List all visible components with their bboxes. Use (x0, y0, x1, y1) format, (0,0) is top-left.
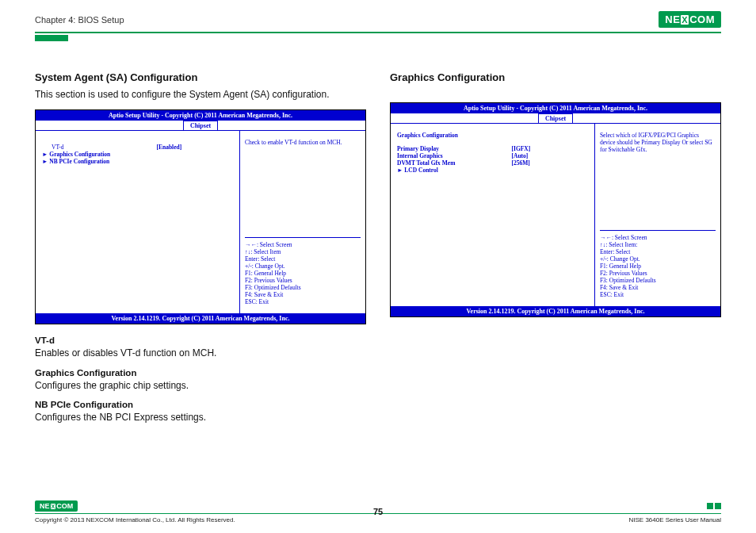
bios-item-vtd-value: [Enabled] (157, 144, 233, 151)
bios-section-heading: Graphics Configuration (397, 132, 588, 139)
bios-hint: →←: Select Screen (600, 234, 716, 241)
header-rule (35, 32, 721, 33)
bios-item-internal-graphics-value: [Auto] (512, 152, 588, 159)
page-number: 75 (35, 507, 721, 516)
chapter-label: Chapter 4: BIOS Setup (35, 15, 124, 25)
bios-footer: Version 2.14.1219. Copyright (C) 2011 Am… (36, 313, 365, 324)
bios-hint: ESC: Exit (245, 298, 361, 305)
bios-tab-bar: Chipset (391, 113, 720, 124)
sub-vtd-desc: Enables or disables VT-d function on MCH… (35, 347, 366, 360)
bios-item-primary-display-value: [IGFX] (512, 145, 588, 152)
bios-screenshot-sa: Aptio Setup Utility - Copyright (C) 2011… (35, 109, 366, 324)
bios-hint: F2: Previous Values (245, 277, 361, 284)
footer-accent-blocks (707, 503, 721, 509)
bios-hint: ↑↓: Select Item: (600, 241, 716, 248)
bios-item-lcd-control: LCD Control (397, 167, 512, 174)
bios-hint: F3: Optimized Defaults (245, 284, 361, 291)
bios-key-hints: →←: Select Screen ↑↓: Select Item Enter:… (245, 237, 361, 305)
page-footer: NE X COM 75 Copyright © 2013 NEXCOM Inte… (35, 500, 721, 523)
bios-hint: F1: General Help (600, 263, 716, 270)
bios-item-primary-display: Primary Display (397, 145, 512, 152)
logo-part-right: COM (689, 13, 715, 25)
logo-part-x: X (51, 504, 56, 509)
bios-item-internal-graphics: Internal Graphics (397, 152, 512, 159)
bios-item-vtd: VT-d (42, 144, 157, 151)
sub-vtd-title: VT-d (35, 336, 366, 345)
accent-block (715, 503, 721, 509)
logo-part-left: NE (665, 13, 680, 25)
bios-hint: F1: General Help (245, 270, 361, 277)
bios-footer: Version 2.14.1219. Copyright (C) 2011 Am… (391, 306, 720, 316)
gfx-config-heading: Graphics Configuration (390, 71, 721, 83)
bios-item-dvmt-value: [256M] (512, 159, 588, 167)
bios-hint: F2: Previous Values (600, 270, 716, 277)
footer-logo: NE X COM (35, 500, 78, 512)
bios-left-pane: Graphics Configuration Primary Display [… (391, 124, 595, 306)
bios-item-dvmt: DVMT Total Gfx Mem (397, 159, 512, 167)
manual-title: NISE 3640E Series User Manual (629, 516, 722, 523)
bios-hint: +/-: Change Opt. (600, 255, 716, 263)
bios-header: Aptio Setup Utility - Copyright (C) 2011… (36, 110, 365, 121)
sub-nbpcie-title: NB PCIe Configuration (35, 400, 366, 409)
sub-gfx-title: Graphics Configuration (35, 368, 366, 378)
bios-hint: ↑↓: Select Item (245, 248, 361, 255)
bios-hint: +/-: Change Opt. (245, 263, 361, 270)
bios-tab-chipset: Chipset (538, 113, 573, 123)
bios-tab-bar: Chipset (36, 121, 365, 131)
bios-help-text: Check to enable VT-d function on MCH. (245, 139, 361, 146)
brand-logo: NE X COM (659, 11, 721, 28)
bios-help-text: Select which of IGFX/PEG/PCI Graphics de… (600, 132, 716, 153)
bios-hint: Enter: Select (600, 248, 716, 255)
logo-part-left: NE (40, 502, 50, 510)
bios-hint: ESC: Exit (600, 291, 716, 298)
bios-hint: F3: Optimized Defaults (600, 277, 716, 284)
sub-gfx-desc: Configures the graphic chip settings. (35, 379, 366, 393)
sa-config-heading: System Agent (SA) Configuration (35, 71, 366, 83)
bios-header: Aptio Setup Utility - Copyright (C) 2011… (391, 103, 720, 113)
sub-nbpcie-desc: Configures the NB PCI Express settings. (35, 411, 366, 424)
sa-config-desc: This section is used to configure the Sy… (35, 88, 366, 102)
bios-hint: →←: Select Screen (245, 241, 361, 248)
copyright-text: Copyright © 2013 NEXCOM International Co… (35, 516, 235, 523)
logo-part-right: COM (56, 502, 73, 510)
header-accent-block (35, 35, 68, 41)
bios-item-nb-pcie: NB PCIe Configuration (42, 158, 157, 165)
bios-hint: F4: Save & Exit (600, 284, 716, 291)
accent-block (707, 503, 713, 509)
logo-part-x: X (681, 15, 689, 25)
bios-tab-chipset: Chipset (183, 121, 218, 130)
bios-left-pane: VT-d [Enabled] Graphics Configuration NB… (36, 131, 240, 313)
bios-key-hints: →←: Select Screen ↑↓: Select Item: Enter… (600, 230, 716, 298)
bios-screenshot-gfx: Aptio Setup Utility - Copyright (C) 2011… (390, 102, 721, 317)
bios-hint: F4: Save & Exit (245, 291, 361, 298)
bios-item-graphics-config: Graphics Configuration (42, 151, 157, 158)
bios-hint: Enter: Select (245, 255, 361, 263)
